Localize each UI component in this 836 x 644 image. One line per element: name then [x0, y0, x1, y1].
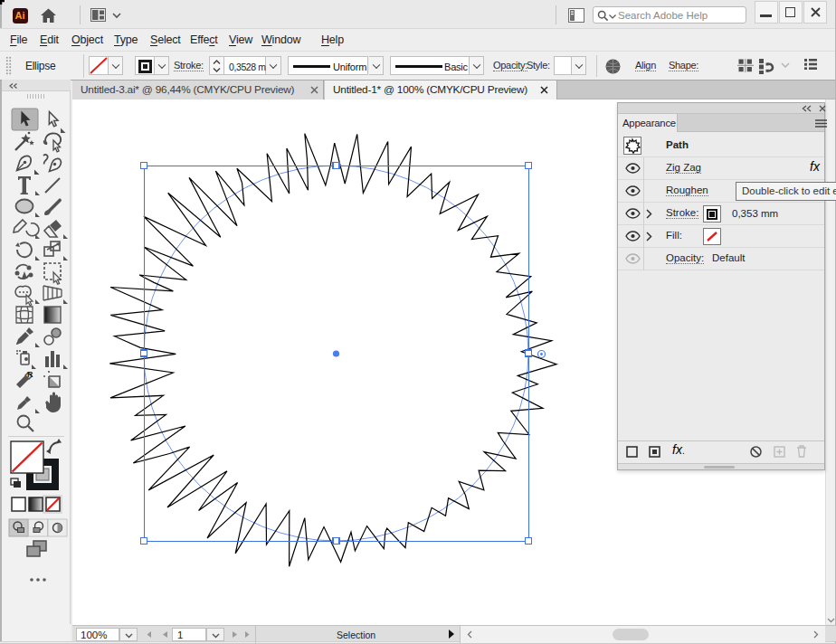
svg-text:R: R: [27, 370, 33, 379]
